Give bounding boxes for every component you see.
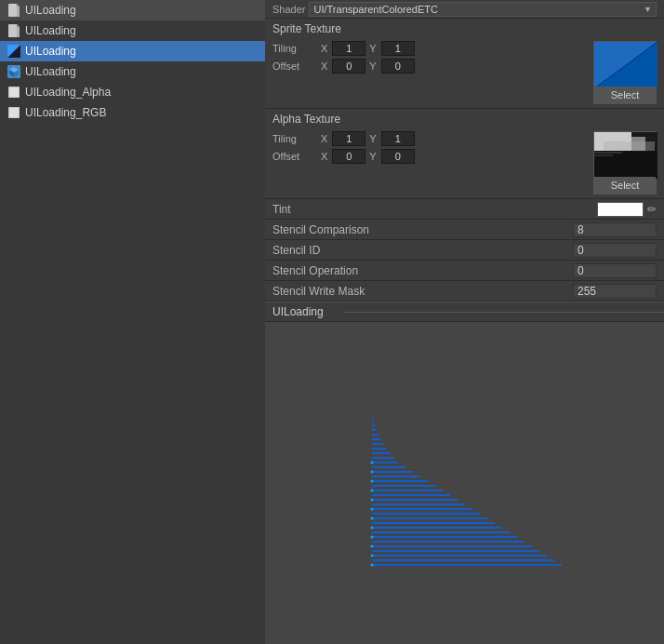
stencil-operation-value[interactable]: 0 (573, 263, 657, 278)
alpha-offset-x-label: X (321, 151, 327, 162)
preview-image (359, 395, 571, 571)
svg-point-66 (370, 508, 373, 511)
sprite-tiling-row: Tiling X Y (272, 41, 586, 56)
alpha-offset-label: Offset (272, 151, 317, 162)
sprite-tiling-y-input[interactable] (381, 41, 415, 56)
sprite-offset-y-label: Y (369, 60, 376, 72)
tree-item-label-1: UILoading (25, 4, 76, 17)
sprite-offset-x-input[interactable] (332, 59, 365, 74)
tint-label: Tint (272, 203, 597, 216)
svg-rect-13 (8, 87, 20, 98)
tree-item-1[interactable]: UILoading (0, 0, 265, 20)
sprite-texture-fields: Tiling X Y Offset X Y (272, 41, 586, 76)
alpha-select-button[interactable]: Select (594, 177, 656, 194)
tint-row: Tint ✏ (265, 199, 664, 220)
alpha-offset-y-label: Y (369, 151, 376, 162)
alpha-offset-row: Offset X Y (272, 149, 586, 164)
sprite-offset-label: Offset (272, 60, 317, 72)
stencil-comparison-row: Stencil Comparison 8 (265, 220, 664, 240)
sprite-tiling-x-input[interactable] (332, 41, 365, 56)
tree-item-5[interactable]: UILoading_Alpha (0, 82, 265, 102)
stencil-write-mask-label: Stencil Write Mask (272, 285, 573, 298)
preview-section: UILoading (265, 302, 664, 644)
tint-swatch[interactable] (597, 202, 644, 217)
tree-item-label-5: UILoading_Alpha (25, 86, 111, 99)
svg-marker-2 (17, 4, 20, 7)
edit-pencil-icon[interactable]: ✏ (647, 203, 657, 216)
shader-value-text: UI/TransparentColoredETC (313, 4, 437, 15)
svg-rect-0 (8, 4, 17, 17)
svg-point-71 (370, 462, 373, 464)
svg-point-67 (370, 499, 373, 502)
alpha-offset-y-input[interactable] (381, 149, 415, 164)
sprite-texture-preview: Select (593, 41, 657, 104)
cube-icon-4 (7, 65, 20, 78)
sprite-texture-header: Sprite Texture (272, 22, 657, 35)
right-panel: Shader UI/TransparentColoredETC ▼ Sprite… (265, 0, 664, 644)
alpha-tiling-y-label: Y (369, 133, 376, 144)
svg-rect-26 (359, 395, 571, 571)
svg-point-63 (370, 536, 373, 539)
shader-bar: Shader UI/TransparentColoredETC ▼ (265, 0, 664, 19)
tree-item-label-3: UILoading (25, 45, 76, 58)
alpha-tiling-row: Tiling X Y (272, 131, 586, 146)
sprite-offset-y-input[interactable] (381, 59, 415, 74)
alpha-tiling-x-input[interactable] (332, 131, 365, 146)
stencil-id-row: Stencil ID 0 (265, 240, 664, 261)
svg-point-70 (370, 471, 373, 474)
alpha-texture-header: Alpha Texture (272, 113, 657, 126)
svg-point-60 (370, 564, 373, 567)
svg-rect-22 (604, 141, 655, 151)
sprite-texture-row: Tiling X Y Offset X Y (272, 41, 657, 104)
alpha-tiling-y-input[interactable] (381, 131, 415, 146)
preview-title: UILoading (265, 302, 664, 322)
shader-label: Shader (272, 4, 305, 15)
stencil-comparison-value[interactable]: 8 (573, 222, 657, 237)
alpha-texture-fields: Tiling X Y Offset X Y (272, 131, 586, 167)
tree-item-6[interactable]: UILoading_RGB (0, 102, 265, 123)
svg-point-68 (370, 490, 373, 492)
stencil-operation-label: Stencil Operation (272, 264, 573, 277)
svg-rect-3 (8, 24, 17, 37)
tint-value: ✏ (597, 202, 657, 217)
sprite-tiling-y-label: Y (369, 43, 376, 54)
alpha-texture-preview: Select (593, 131, 657, 195)
tree-item-label-2: UILoading (25, 24, 76, 37)
white-sq-icon-6 (7, 106, 20, 119)
sprite-offset-row: Offset X Y (272, 59, 586, 74)
preview-canvas (265, 322, 664, 644)
svg-point-61 (370, 555, 373, 557)
alpha-texture-row: Tiling X Y Offset X Y (272, 131, 657, 195)
svg-point-69 (370, 480, 373, 483)
stencil-comparison-label: Stencil Comparison (272, 223, 573, 236)
tree-item-label-6: UILoading_RGB (25, 106, 106, 119)
sprite-tiling-x-label: X (321, 43, 327, 54)
tree-item-label-4: UILoading (25, 65, 76, 78)
sprite-icon-3 (7, 45, 20, 58)
stencil-id-value[interactable]: 0 (573, 243, 657, 258)
sprite-texture-section: Sprite Texture Tiling X Y Offset X Y (265, 19, 664, 109)
shader-dropdown[interactable]: UI/TransparentColoredETC ▼ (309, 2, 657, 17)
stencil-id-label: Stencil ID (272, 244, 573, 257)
tree-item-2[interactable]: UILoading (0, 20, 265, 41)
svg-point-64 (370, 527, 373, 530)
tree-item-3[interactable]: UILoading (0, 41, 265, 61)
svg-point-65 (370, 517, 373, 520)
sprite-select-button[interactable]: Select (594, 87, 656, 103)
white-sq-icon-5 (7, 86, 20, 99)
stencil-write-mask-value[interactable]: 255 (573, 284, 657, 299)
stencil-write-mask-row: Stencil Write Mask 255 (265, 281, 664, 302)
sprite-offset-x-label: X (321, 60, 327, 72)
svg-rect-14 (8, 107, 20, 118)
alpha-texture-section: Alpha Texture Tiling X Y Offset X Y (265, 109, 664, 199)
svg-marker-5 (17, 24, 20, 27)
alpha-tiling-label: Tiling (272, 133, 317, 144)
alpha-offset-x-input[interactable] (332, 149, 365, 164)
svg-point-62 (370, 545, 373, 548)
sprite-tiling-label: Tiling (272, 43, 317, 54)
tree-item-4[interactable]: UILoading (0, 61, 265, 82)
alpha-tiling-x-label: X (321, 133, 327, 144)
stencil-operation-row: Stencil Operation 0 (265, 261, 664, 281)
doc-icon-1 (7, 4, 20, 17)
left-panel: UILoading UILoading UILoading (0, 0, 265, 644)
